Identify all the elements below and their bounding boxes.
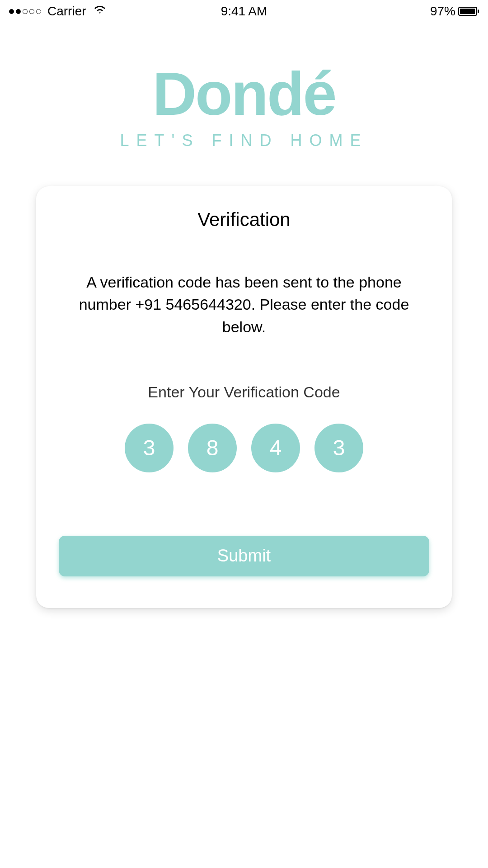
signal-strength-icon xyxy=(9,9,41,14)
status-bar-left: Carrier xyxy=(9,4,106,19)
battery-icon xyxy=(458,7,479,16)
code-digit-4[interactable]: 3 xyxy=(314,424,363,472)
status-bar: Carrier 9:41 AM 97% xyxy=(0,0,488,23)
wifi-icon xyxy=(94,4,106,19)
code-digit-3[interactable]: 4 xyxy=(251,424,300,472)
submit-button[interactable]: Submit xyxy=(59,536,429,576)
app-logo: Dondé LET'S FIND HOME xyxy=(0,59,488,150)
status-bar-time: 9:41 AM xyxy=(221,4,267,19)
battery-percent-label: 97% xyxy=(430,4,455,19)
verification-card: Verification A verification code has bee… xyxy=(36,186,452,608)
card-title: Verification xyxy=(59,209,429,231)
logo-subtitle: LET'S FIND HOME xyxy=(0,131,488,150)
carrier-label: Carrier xyxy=(47,4,86,19)
verification-message: A verification code has been sent to the… xyxy=(59,271,429,338)
status-bar-right: 97% xyxy=(430,4,479,19)
code-digit-2[interactable]: 8 xyxy=(188,424,237,472)
code-digit-1[interactable]: 3 xyxy=(125,424,174,472)
code-entry-label: Enter Your Verification Code xyxy=(59,383,429,401)
logo-title: Dondé xyxy=(0,59,488,129)
code-input-group: 3 8 4 3 xyxy=(59,424,429,472)
